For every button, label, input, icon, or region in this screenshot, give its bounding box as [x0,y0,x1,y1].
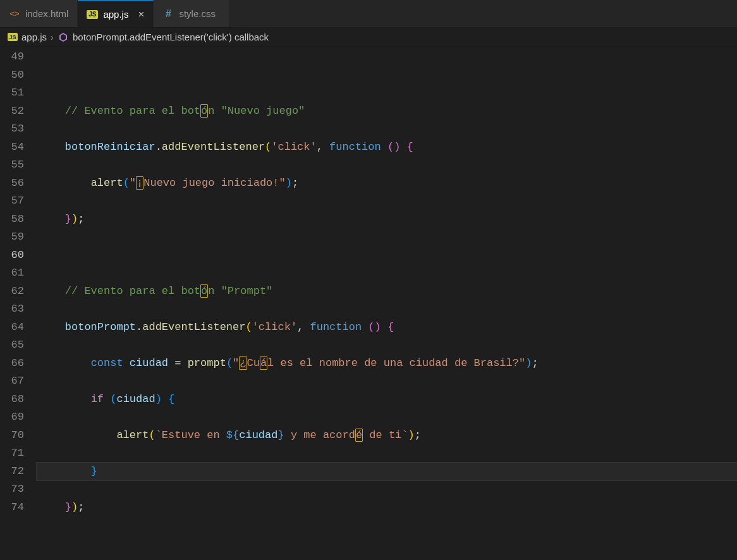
tab-bar: <> index.html JS app.js × # style.css [0,0,737,28]
tab-app-js[interactable]: JS app.js × [78,0,154,27]
tab-label: style.css [179,8,216,19]
js-icon: JS [87,10,98,19]
html-icon: <> [9,8,20,20]
tab-label: index.html [25,8,68,19]
css-icon: # [162,8,174,20]
editor[interactable]: 4950515253545556575859606162636465666768… [0,47,737,560]
breadcrumb-symbol: botonPrompt.addEventListener('click') ca… [73,32,269,42]
method-icon [58,32,69,43]
tab-index-html[interactable]: <> index.html [0,0,78,27]
line-numbers: 4950515253545556575859606162636465666768… [0,48,37,560]
breadcrumb-file: app.js [21,32,47,42]
chevron-right-icon: › [51,32,54,42]
breadcrumb[interactable]: JS app.js › botonPrompt.addEventListener… [0,28,737,47]
tab-style-css[interactable]: # style.css [154,0,229,27]
tab-label: app.js [103,9,128,20]
code-area[interactable]: // Evento para el botón "Nuevo juego" bo… [37,48,737,560]
close-icon[interactable]: × [138,9,144,20]
js-icon: JS [8,33,18,41]
